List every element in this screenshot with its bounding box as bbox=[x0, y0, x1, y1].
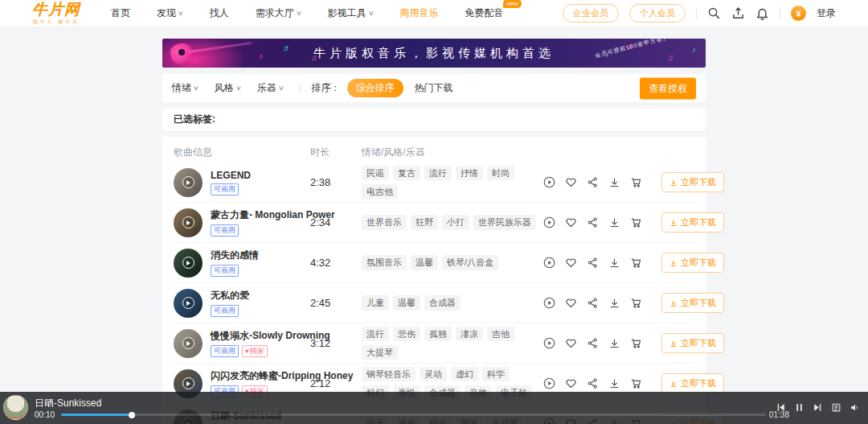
sort-option-0[interactable]: 综合排序 bbox=[347, 79, 403, 97]
song-tag[interactable]: 时尚 bbox=[487, 166, 514, 180]
song-tag[interactable]: 氛围音乐 bbox=[362, 255, 407, 270]
view-license-button[interactable]: 查看授权 bbox=[640, 77, 696, 99]
song-tag[interactable]: 铁琴/八音盒 bbox=[442, 255, 498, 270]
album-art[interactable] bbox=[174, 168, 203, 197]
play-icon[interactable] bbox=[543, 337, 555, 349]
now-playing-thumbnail[interactable] bbox=[3, 395, 28, 420]
song-title[interactable]: 无私的爱 bbox=[211, 289, 310, 303]
download-icon[interactable] bbox=[608, 297, 620, 309]
share-icon[interactable] bbox=[587, 377, 599, 389]
filter-dropdown-1[interactable]: 风格∨ bbox=[215, 81, 241, 95]
cart-icon[interactable] bbox=[630, 377, 642, 389]
download-now-button[interactable]: 立即下载 bbox=[661, 172, 724, 192]
filter-dropdown-0[interactable]: 情绪∨ bbox=[172, 81, 199, 95]
play-icon[interactable] bbox=[543, 297, 555, 309]
download-now-button[interactable]: 立即下载 bbox=[661, 333, 724, 353]
song-tag[interactable]: 温馨 bbox=[393, 295, 420, 310]
share-icon[interactable] bbox=[587, 216, 599, 228]
share-icon[interactable] bbox=[587, 297, 599, 309]
nav-item-2[interactable]: 找人 bbox=[210, 6, 229, 20]
play-icon[interactable] bbox=[543, 377, 555, 389]
album-art[interactable] bbox=[174, 329, 203, 358]
song-tag[interactable]: 抒情 bbox=[456, 166, 483, 180]
song-tag[interactable]: 世界音乐 bbox=[362, 215, 407, 229]
song-tag[interactable]: 凄凉 bbox=[456, 327, 483, 341]
album-art[interactable] bbox=[174, 289, 203, 318]
album-art[interactable] bbox=[174, 249, 203, 278]
song-tag[interactable]: 复古 bbox=[393, 166, 420, 180]
song-tag[interactable]: 狂野 bbox=[411, 215, 438, 229]
favorite-icon[interactable] bbox=[565, 377, 577, 389]
download-icon[interactable] bbox=[608, 216, 620, 228]
nav-item-5[interactable]: 商用音乐 bbox=[400, 6, 439, 20]
upload-icon[interactable] bbox=[731, 6, 745, 20]
download-now-button[interactable]: 立即下载 bbox=[661, 373, 724, 393]
favorite-icon[interactable] bbox=[565, 337, 577, 349]
enterprise-member-button[interactable]: 企业会员 bbox=[563, 4, 619, 23]
nav-item-3[interactable]: 需求大厅∨ bbox=[256, 6, 301, 20]
bell-icon[interactable] bbox=[755, 6, 769, 20]
share-icon[interactable] bbox=[587, 337, 599, 349]
cart-icon[interactable] bbox=[630, 176, 642, 188]
song-tag[interactable]: 流行 bbox=[362, 327, 389, 341]
volume-icon[interactable] bbox=[850, 402, 860, 413]
share-icon[interactable] bbox=[587, 257, 599, 269]
search-icon[interactable] bbox=[707, 6, 721, 20]
favorite-icon[interactable] bbox=[565, 176, 577, 188]
album-art[interactable] bbox=[174, 208, 203, 237]
song-tag[interactable]: 孤独 bbox=[424, 327, 452, 341]
favorite-icon[interactable] bbox=[565, 297, 577, 309]
money-bag-icon[interactable]: ¥ bbox=[791, 6, 806, 21]
song-tag[interactable]: 灵动 bbox=[420, 367, 447, 381]
previous-track-icon[interactable] bbox=[776, 402, 786, 413]
song-tag[interactable]: 大提琴 bbox=[362, 345, 398, 360]
share-icon[interactable] bbox=[587, 176, 599, 188]
download-icon[interactable] bbox=[608, 257, 620, 269]
playlist-icon[interactable] bbox=[831, 402, 841, 413]
play-icon[interactable] bbox=[543, 257, 555, 269]
site-logo[interactable]: 牛片网 找牛人 做牛片 bbox=[32, 2, 80, 26]
song-tag[interactable]: 儿童 bbox=[362, 295, 389, 310]
song-tag[interactable]: 温馨 bbox=[411, 255, 438, 270]
cart-icon[interactable] bbox=[630, 257, 642, 269]
song-tag[interactable]: 钢琴轻音乐 bbox=[362, 367, 416, 381]
song-title[interactable]: 慢慢溺水-Slowly Drowning bbox=[211, 329, 310, 343]
download-icon[interactable] bbox=[608, 377, 620, 389]
download-icon[interactable] bbox=[608, 176, 620, 188]
song-tag[interactable]: 小打 bbox=[442, 215, 469, 229]
song-title[interactable]: LEGEND bbox=[211, 170, 310, 181]
song-tag[interactable]: 民谣 bbox=[362, 166, 389, 180]
progress-knob[interactable] bbox=[129, 412, 135, 418]
download-now-button[interactable]: 立即下载 bbox=[661, 212, 724, 233]
cart-icon[interactable] bbox=[630, 216, 642, 228]
download-now-button[interactable]: 立即下载 bbox=[661, 253, 724, 273]
song-tag[interactable]: 流行 bbox=[424, 166, 452, 180]
cart-icon[interactable] bbox=[630, 297, 642, 309]
progress-bar[interactable] bbox=[61, 414, 766, 416]
song-tag[interactable]: 虚幻 bbox=[451, 367, 478, 381]
song-tag[interactable]: 悲伤 bbox=[393, 327, 420, 341]
personal-member-button[interactable]: 个人会员 bbox=[629, 4, 686, 23]
pause-icon[interactable] bbox=[794, 402, 805, 413]
filter-dropdown-2[interactable]: 乐器∨ bbox=[257, 81, 284, 95]
download-icon[interactable] bbox=[608, 337, 620, 349]
song-tag[interactable]: 科学 bbox=[482, 367, 510, 381]
login-link[interactable]: 登录 bbox=[817, 6, 836, 20]
download-now-button[interactable]: 立即下载 bbox=[661, 293, 724, 313]
song-tag[interactable]: 合成器 bbox=[424, 295, 461, 310]
cart-icon[interactable] bbox=[630, 337, 642, 349]
favorite-icon[interactable] bbox=[565, 216, 577, 228]
song-tag[interactable]: 电吉他 bbox=[362, 184, 398, 199]
play-icon[interactable] bbox=[543, 216, 555, 228]
nav-item-1[interactable]: 发现∨ bbox=[157, 6, 183, 20]
song-title[interactable]: 蒙古力量- Mongolian Power bbox=[211, 208, 310, 222]
promo-banner[interactable]: ♪ ♬ ♫ ♪ ♬ ♫ ♪ 牛片版权音乐，影视传媒机构首选 会员可授权500家甲… bbox=[162, 39, 706, 68]
sort-option-1[interactable]: 热门下载 bbox=[415, 81, 453, 95]
song-title[interactable]: 消失的感情 bbox=[211, 249, 310, 262]
favorite-icon[interactable] bbox=[565, 257, 577, 269]
song-tag[interactable]: 吉他 bbox=[487, 327, 514, 341]
nav-item-0[interactable]: 首页 bbox=[111, 6, 130, 20]
nav-item-6[interactable]: 免费配音new bbox=[465, 6, 504, 20]
nav-item-4[interactable]: 影视工具∨ bbox=[328, 6, 374, 20]
song-title[interactable]: 闪闪发亮的蜂蜜-Dripping Honey bbox=[211, 369, 310, 383]
